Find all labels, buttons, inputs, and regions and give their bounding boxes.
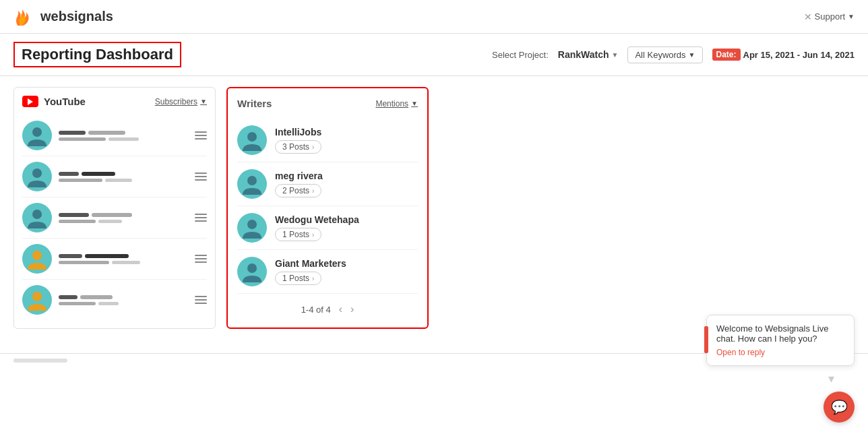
user-avatar-icon xyxy=(25,288,49,312)
posts-badge: 3 Posts › xyxy=(275,140,321,154)
date-value: Apr 15, 2021 - Jun 14, 2021 xyxy=(743,50,855,60)
menu-icon[interactable] xyxy=(195,255,207,263)
posts-chevron-icon: › xyxy=(312,275,314,282)
writer-name: meg rivera xyxy=(275,170,418,181)
pagination-next-button[interactable]: › xyxy=(350,303,354,315)
bar-lighter xyxy=(112,261,140,264)
project-selector[interactable]: RankWatch ▼ xyxy=(558,49,619,60)
support-button[interactable]: ✕ Support ▼ xyxy=(804,11,855,22)
bar-light xyxy=(59,220,96,223)
youtube-panel: YouTube Subscribers ▼ xyxy=(13,87,216,329)
posts-badge: 2 Posts › xyxy=(275,184,321,197)
writer-info: Wedogu Wetehapa 1 Posts › xyxy=(275,214,418,241)
bar-dark xyxy=(59,254,82,258)
project-name: RankWatch xyxy=(558,49,609,60)
list-item xyxy=(22,115,207,156)
bar-light xyxy=(59,261,109,264)
avatar xyxy=(22,162,52,191)
mentions-label: Mentions xyxy=(375,99,408,108)
support-label: Support xyxy=(815,11,846,22)
svg-point-2 xyxy=(32,210,42,219)
pagination-prev-button[interactable]: ‹ xyxy=(339,303,342,315)
bar-lighter xyxy=(105,179,132,182)
yt-item-content xyxy=(59,172,188,182)
mentions-chevron-icon: ▼ xyxy=(411,100,418,107)
svg-point-0 xyxy=(32,127,42,137)
keywords-label: All Keywords xyxy=(635,50,685,60)
mentions-button[interactable]: Mentions ▼ xyxy=(375,99,418,108)
youtube-header: YouTube Subscribers ▼ xyxy=(22,96,207,107)
list-item xyxy=(22,239,207,280)
logo-icon xyxy=(13,7,36,27)
posts-count: 3 Posts xyxy=(282,142,309,152)
svg-point-1 xyxy=(32,168,42,178)
list-item xyxy=(22,197,207,239)
posts-count: 1 Posts xyxy=(282,230,309,239)
writer-info: Giant Marketers 1 Posts › xyxy=(275,258,418,285)
logo: websignals xyxy=(13,7,113,27)
header: websignals ✕ Support ▼ xyxy=(0,0,868,34)
posts-count: 2 Posts xyxy=(282,186,309,195)
user-avatar-icon xyxy=(240,128,264,152)
writer-item: Wedogu Wetehapa 1 Posts › xyxy=(237,206,418,250)
keywords-selector[interactable]: All Keywords ▼ xyxy=(627,46,702,63)
writer-name: IntelliJobs xyxy=(275,127,418,137)
subscribers-button[interactable]: Subscribers ▼ xyxy=(155,97,207,106)
posts-badge: 1 Posts › xyxy=(275,272,321,285)
yt-item-content xyxy=(59,131,188,141)
main-content: YouTube Subscribers ▼ xyxy=(0,76,868,340)
user-avatar-icon xyxy=(25,123,49,148)
subscribers-chevron-icon: ▼ xyxy=(200,98,207,105)
bar-lighter xyxy=(98,302,119,305)
menu-icon[interactable] xyxy=(195,131,207,139)
avatar xyxy=(22,285,52,315)
svg-point-4 xyxy=(32,292,42,301)
yt-bars xyxy=(59,254,188,264)
bar-light xyxy=(80,295,113,299)
menu-icon[interactable] xyxy=(195,173,207,181)
user-avatar-icon xyxy=(240,172,264,196)
chat-reply-link[interactable]: Open to reply xyxy=(716,348,844,357)
chat-widget: Welcome to Websignals Live chat. How can… xyxy=(706,315,855,367)
bar-dark xyxy=(59,172,79,176)
user-avatar-icon xyxy=(240,259,264,284)
avatar xyxy=(237,125,267,155)
yt-item-content xyxy=(59,295,188,305)
posts-badge: 1 Posts › xyxy=(275,228,321,241)
page-title: Reporting Dashboard xyxy=(13,42,181,67)
menu-icon[interactable] xyxy=(195,214,207,222)
writer-info: meg rivera 2 Posts › xyxy=(275,170,418,197)
yt-item-content xyxy=(59,213,188,223)
youtube-play-icon xyxy=(28,98,33,105)
yt-item-content xyxy=(59,254,188,264)
youtube-label: YouTube xyxy=(44,96,86,107)
writer-info: IntelliJobs 3 Posts › xyxy=(275,127,418,154)
yt-bars xyxy=(59,131,188,141)
chat-bubble: Welcome to Websignals Live chat. How can… xyxy=(706,315,855,366)
svg-point-5 xyxy=(247,132,257,142)
posts-chevron-icon: › xyxy=(312,187,314,195)
writer-name: Giant Marketers xyxy=(275,258,418,269)
select-project-label: Select Project: xyxy=(492,50,549,60)
bar-dark-short xyxy=(59,131,86,135)
pagination-info: 1-4 of 4 xyxy=(301,305,331,315)
bar-light-long xyxy=(59,137,106,141)
bar-lighter xyxy=(98,220,122,223)
bar-lighter xyxy=(108,137,139,141)
keywords-chevron-icon: ▼ xyxy=(689,51,695,59)
bar-light xyxy=(59,179,102,182)
avatar xyxy=(237,213,267,243)
writers-title: Writers xyxy=(237,98,272,109)
writer-item: IntelliJobs 3 Posts › xyxy=(237,119,418,162)
yt-bars xyxy=(59,295,188,305)
posts-chevron-icon: › xyxy=(312,144,314,151)
writer-item: Giant Marketers 1 Posts › xyxy=(237,250,418,294)
menu-icon[interactable] xyxy=(195,296,207,304)
writer-name: Wedogu Wetehapa xyxy=(275,214,418,225)
posts-chevron-icon: › xyxy=(312,231,314,239)
svg-point-3 xyxy=(32,251,42,260)
avatar xyxy=(22,244,52,274)
logo-text: websignals xyxy=(40,9,113,24)
avatar xyxy=(22,121,52,150)
bar-darker xyxy=(85,254,129,258)
